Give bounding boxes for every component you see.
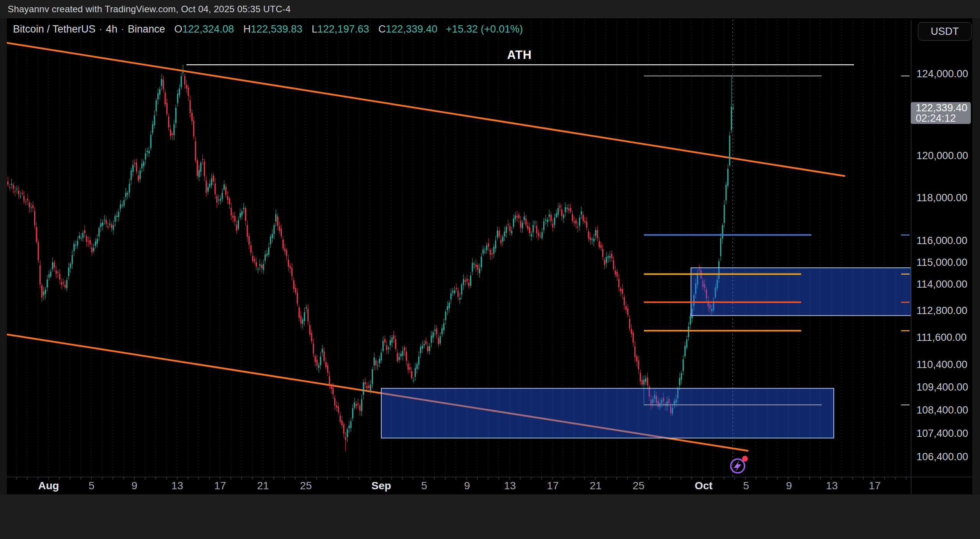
fib-retracement[interactable] <box>644 76 910 405</box>
time-tick-day: 25 <box>289 480 323 492</box>
high-value: 122,539.83 <box>251 23 302 35</box>
candle-body <box>184 76 185 85</box>
candle-body <box>386 345 387 350</box>
candle-body <box>500 240 501 243</box>
candle-body <box>381 353 382 360</box>
candle-body <box>245 208 246 221</box>
candle-body <box>399 357 400 360</box>
candle-body <box>375 360 376 365</box>
candle-body <box>166 103 167 114</box>
candle-body <box>316 360 317 365</box>
candle-body <box>23 196 24 201</box>
candle-body <box>309 325 310 335</box>
price-tick-label: 116,000.00 <box>916 235 967 246</box>
candle-body <box>297 293 298 304</box>
candle-body <box>304 312 305 321</box>
price-tick-label: 108,400.00 <box>916 405 968 415</box>
candle-body <box>134 163 135 164</box>
candle-body <box>463 279 464 285</box>
candle-body <box>470 275 471 286</box>
ath-annotation-label: ATH <box>489 48 550 62</box>
candle-body <box>488 243 489 247</box>
candle-body <box>139 170 140 179</box>
candle-body <box>125 193 126 197</box>
candle-body <box>441 328 443 334</box>
candle-body <box>332 388 333 394</box>
candle-body <box>68 267 69 276</box>
candle-body <box>177 94 178 103</box>
candle-body <box>302 319 303 324</box>
candle-body <box>427 346 428 351</box>
candle-body <box>563 215 564 218</box>
attribution-text: Shayannv created with TradingView.com, O… <box>8 4 291 15</box>
candle-body <box>118 212 119 217</box>
candle-body <box>131 171 132 180</box>
candle-body <box>343 425 344 434</box>
candle-body <box>173 124 175 135</box>
candle-body <box>477 265 478 270</box>
candle-body <box>257 269 258 270</box>
candle-body <box>165 93 166 104</box>
time-tick-month: Oct <box>686 480 721 492</box>
candle-body <box>116 216 118 217</box>
candle-body <box>39 265 41 285</box>
candle-body <box>552 224 553 228</box>
candle-body <box>347 430 348 437</box>
candle-body <box>683 359 684 371</box>
candle-body <box>418 357 419 365</box>
candle-body <box>224 184 225 189</box>
candle-body <box>556 213 557 217</box>
candle-body <box>275 214 276 221</box>
candle-body <box>727 169 728 186</box>
candle-body <box>358 404 359 405</box>
time-tick-day: 9 <box>117 480 152 492</box>
candle-body <box>338 406 339 412</box>
candle-body <box>7 181 8 184</box>
candle-body <box>220 199 221 200</box>
candle-body <box>232 215 234 218</box>
candle-body <box>436 329 437 334</box>
candle-body <box>622 289 623 294</box>
candle-body <box>47 280 48 287</box>
time-tick-day: 17 <box>858 480 892 492</box>
candle-body <box>230 208 232 215</box>
supply-zone[interactable] <box>691 268 911 316</box>
candle-body <box>588 231 589 238</box>
candle-body <box>350 421 351 428</box>
candle-body <box>315 356 316 362</box>
candle-body <box>508 224 509 225</box>
time-tick-day: 5 <box>729 480 763 492</box>
chart-canvas[interactable] <box>0 0 980 539</box>
candle-body <box>236 225 237 231</box>
candle-body <box>575 220 577 224</box>
candle-body <box>490 250 491 255</box>
candle-body <box>475 265 477 267</box>
candle-body <box>472 263 473 272</box>
candle-body <box>513 218 514 226</box>
candle-body <box>254 259 255 262</box>
candle-body <box>524 217 525 220</box>
time-tick-month: Sep <box>364 480 399 492</box>
candle-body <box>152 124 153 133</box>
candle-body <box>498 231 500 236</box>
candle-body <box>182 72 183 73</box>
candle-body <box>474 264 475 265</box>
candle-body <box>150 135 151 148</box>
footer-bar: TradingView <box>0 495 980 539</box>
candle-body <box>107 226 108 228</box>
candle-body <box>313 344 314 353</box>
candle-body <box>363 382 364 395</box>
candle-body <box>120 204 121 209</box>
upper-channel-line[interactable] <box>7 43 844 176</box>
candle-body <box>27 199 28 200</box>
candle-body <box>157 93 158 99</box>
candle-body <box>181 76 182 87</box>
demand-zone[interactable] <box>381 388 834 438</box>
candle-body <box>629 319 630 329</box>
candle-body <box>725 185 727 200</box>
candle-body <box>729 135 730 165</box>
rectangle-zones[interactable] <box>381 268 911 438</box>
candle-body <box>600 245 601 248</box>
candle-body <box>9 187 10 188</box>
candle-body <box>263 264 264 270</box>
